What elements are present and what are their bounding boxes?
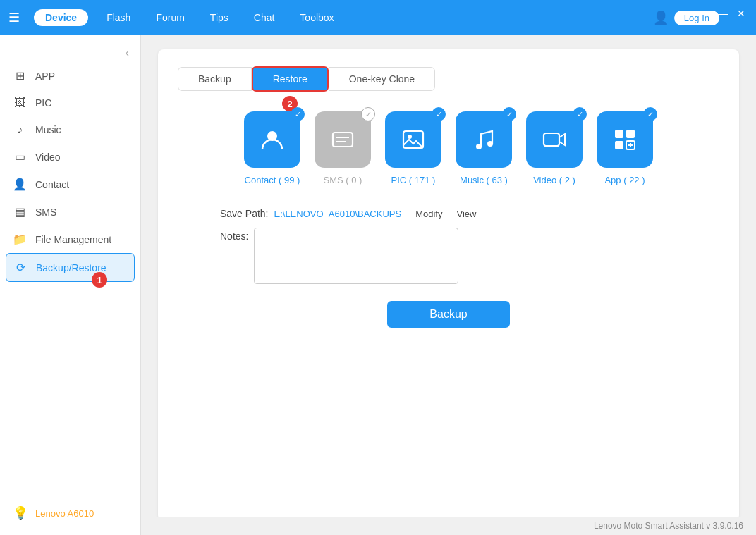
- video-data-icon: ✓: [526, 111, 583, 168]
- sidebar: ‹ ⊞ APP 🖼 PIC ♪ Music ▭ Video 👤 Contact …: [0, 35, 141, 535]
- video-label: Video ( 2 ): [533, 175, 575, 185]
- svg-rect-10: [626, 130, 635, 138]
- sidebar-item-file-management-label: File Management: [35, 234, 111, 245]
- data-item-music[interactable]: ✓ Music ( 63 ): [456, 111, 512, 185]
- save-path-value: E:\LENOVO_A6010\BACKUPS: [274, 209, 402, 219]
- pic-label: PIC ( 171 ): [391, 175, 436, 185]
- sidebar-item-backup-restore-label: Backup/Restore: [36, 262, 106, 273]
- contact-icon: 👤: [13, 178, 27, 191]
- music-data-icon: ✓: [456, 111, 512, 168]
- pic-icon: 🖼: [13, 97, 27, 109]
- login-area: 👤 Log In: [653, 10, 719, 25]
- sidebar-item-sms-label: SMS: [35, 207, 56, 218]
- sidebar-item-video-label: Video: [35, 152, 61, 163]
- tabs: Backup Restore 2 One-key Clone: [178, 66, 719, 92]
- svg-rect-11: [615, 141, 623, 149]
- sidebar-back-button[interactable]: ‹: [0, 41, 140, 62]
- data-item-app[interactable]: ✓ App ( 22 ): [597, 111, 653, 185]
- data-item-sms[interactable]: ✓ SMS ( 0 ): [315, 111, 371, 185]
- nav-chat-button[interactable]: Chat: [247, 9, 282, 26]
- notes-row: Notes:: [220, 228, 719, 284]
- contact-check: ✓: [291, 107, 305, 121]
- sidebar-item-app[interactable]: ⊞ APP: [0, 62, 140, 90]
- sidebar-item-file-management[interactable]: 📁 File Management: [0, 226, 140, 253]
- contact-label: Contact ( 99 ): [245, 175, 300, 185]
- music-icon: ♪: [13, 123, 27, 136]
- sidebar-item-pic-label: PIC: [35, 97, 51, 109]
- nav-tips-button[interactable]: Tips: [203, 9, 236, 26]
- svg-rect-8: [544, 133, 559, 146]
- sidebar-item-contact-label: Contact: [35, 179, 69, 190]
- sms-icon: ▤: [13, 205, 27, 219]
- main-layout: ‹ ⊞ APP 🖼 PIC ♪ Music ▭ Video 👤 Contact …: [0, 35, 756, 535]
- tab-backup[interactable]: Backup: [178, 67, 252, 91]
- data-item-video[interactable]: ✓ Video ( 2 ): [526, 111, 583, 185]
- nav-forum-button[interactable]: Forum: [149, 9, 191, 26]
- tab-one-key-clone[interactable]: One-key Clone: [329, 67, 435, 91]
- nav-toolbox-button[interactable]: Toolbox: [293, 9, 341, 26]
- version-bar: Lenovo Moto Smart Assistant v 3.9.0.16: [141, 517, 756, 535]
- svg-point-5: [408, 135, 412, 139]
- file-management-icon: 📁: [13, 233, 27, 246]
- tab-restore-container: Restore 2: [252, 66, 329, 92]
- video-check: ✓: [573, 107, 587, 121]
- hamburger-icon[interactable]: ☰: [8, 10, 20, 25]
- save-path-label: Save Path:: [220, 208, 269, 219]
- window-controls: — ✕: [717, 7, 748, 20]
- svg-point-7: [487, 141, 493, 147]
- sidebar-item-app-label: APP: [35, 70, 55, 82]
- app-data-icon: ✓: [597, 111, 653, 168]
- backup-restore-icon: ⟳: [13, 261, 28, 274]
- svg-rect-9: [615, 130, 623, 138]
- app-icon: ⊞: [13, 69, 27, 82]
- sms-data-icon: ✓: [315, 111, 371, 168]
- notes-input[interactable]: [254, 228, 458, 284]
- pic-data-icon: ✓: [385, 111, 441, 168]
- back-arrow-icon: ‹: [126, 47, 129, 59]
- sidebar-item-music[interactable]: ♪ Music: [0, 116, 140, 143]
- version-text: Lenovo Moto Smart Assistant v 3.9.0.16: [594, 521, 743, 531]
- title-bar: ☰ Device Flash Forum Tips Chat Toolbox 👤…: [0, 0, 756, 35]
- data-item-pic[interactable]: ✓ PIC ( 171 ): [385, 111, 441, 185]
- content-card: Backup Restore 2 One-key Clone ✓ Contact…: [158, 49, 739, 521]
- device-icon: 💡: [13, 505, 28, 521]
- sms-label: SMS ( 0 ): [324, 175, 362, 185]
- sidebar-item-contact[interactable]: 👤 Contact: [0, 171, 140, 198]
- pic-check: ✓: [432, 107, 446, 121]
- content-area: Backup Restore 2 One-key Clone ✓ Contact…: [141, 35, 756, 535]
- data-item-contact[interactable]: ✓ Contact ( 99 ): [244, 111, 300, 185]
- sidebar-item-backup-restore[interactable]: ⟳ Backup/Restore: [6, 253, 135, 282]
- svg-point-6: [476, 144, 482, 149]
- minimize-button[interactable]: —: [717, 7, 729, 20]
- video-icon: ▭: [13, 150, 27, 164]
- login-button[interactable]: Log In: [674, 11, 719, 25]
- sidebar-item-sms[interactable]: ▤ SMS: [0, 198, 140, 226]
- backup-button[interactable]: Backup: [387, 301, 509, 328]
- device-label: Lenovo A6010: [35, 508, 94, 519]
- step-badge-1: 1: [92, 272, 107, 288]
- sidebar-device[interactable]: 💡 Lenovo A6010: [0, 497, 140, 529]
- sms-check: ✓: [361, 107, 375, 121]
- nav-device-button[interactable]: Device: [34, 9, 88, 26]
- music-check: ✓: [502, 107, 516, 121]
- app-label: App ( 22 ): [604, 175, 645, 185]
- modify-button[interactable]: Modify: [415, 209, 442, 219]
- view-button[interactable]: View: [456, 209, 476, 219]
- notes-label: Notes:: [220, 228, 248, 242]
- sidebar-item-pic[interactable]: 🖼 PIC: [0, 90, 140, 116]
- app-check: ✓: [643, 107, 657, 121]
- tab-restore[interactable]: Restore: [252, 66, 329, 92]
- music-label: Music ( 63 ): [460, 175, 508, 185]
- close-button[interactable]: ✕: [735, 7, 748, 20]
- data-items-grid: ✓ Contact ( 99 ) ✓ SMS ( 0 ) ✓: [178, 111, 719, 185]
- nav-flash-button[interactable]: Flash: [99, 9, 138, 26]
- contact-data-icon: ✓: [244, 111, 300, 168]
- user-icon: 👤: [653, 10, 669, 25]
- svg-rect-1: [333, 133, 353, 147]
- sidebar-item-music-label: Music: [35, 124, 61, 135]
- save-path-row: Save Path: E:\LENOVO_A6010\BACKUPS Modif…: [220, 208, 719, 219]
- sidebar-item-video[interactable]: ▭ Video: [0, 143, 140, 171]
